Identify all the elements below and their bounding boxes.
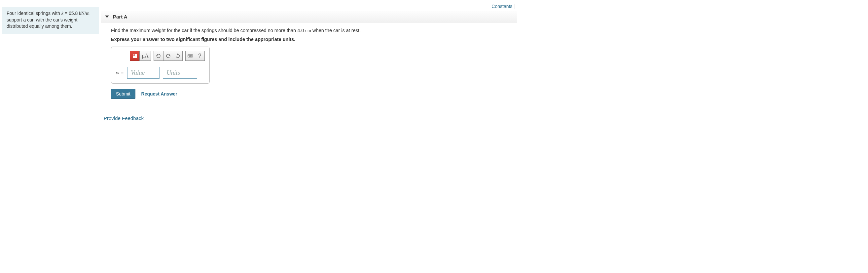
k-unit: kN/m <box>79 11 90 16</box>
question-text: Find the maximum weight for the car if t… <box>111 28 510 33</box>
answer-area: µÅ <box>111 47 210 84</box>
value-input[interactable] <box>127 67 159 79</box>
answer-variable-label: w = <box>116 70 124 76</box>
problem-text-post: support a car, with the car's weight dis… <box>7 17 77 29</box>
question-pre: Find the maximum weight for the car if t… <box>111 28 305 33</box>
left-column: Four identical springs with k = 65.8 kN/… <box>0 0 101 128</box>
collapse-caret-icon[interactable] <box>105 16 109 18</box>
equals-sign: = <box>63 10 69 16</box>
k-value: 65.8 <box>69 10 78 16</box>
svg-rect-4 <box>191 55 191 56</box>
part-body: Find the maximum weight for the car if t… <box>101 23 517 105</box>
svg-rect-3 <box>190 55 191 56</box>
part-title: Part A <box>113 14 127 20</box>
svg-rect-2 <box>189 55 190 56</box>
constants-link[interactable]: Constants <box>492 4 512 9</box>
top-separator: | <box>514 4 516 9</box>
submit-button[interactable]: Submit <box>111 89 135 99</box>
top-links-bar: Constants| <box>101 0 517 11</box>
actions-row: Submit Request Answer <box>111 89 510 99</box>
redo-icon <box>165 53 171 59</box>
instruction-text: Express your answer to two significant f… <box>111 37 510 42</box>
symbols-button[interactable]: µÅ <box>140 51 151 61</box>
right-column: Constants| Part A Find the maximum weigh… <box>101 0 517 128</box>
redo-button[interactable] <box>163 51 173 61</box>
question-post: when the car is at rest. <box>311 28 361 33</box>
units-input[interactable] <box>163 67 197 79</box>
request-answer-link[interactable]: Request Answer <box>142 91 177 96</box>
undo-icon <box>156 53 161 59</box>
question-unit: cm <box>305 28 311 33</box>
page-root: Four identical springs with k = 65.8 kN/… <box>0 0 517 128</box>
mu-angstrom-label: µÅ <box>142 53 149 59</box>
keyboard-icon <box>188 53 193 59</box>
provide-feedback-link[interactable]: Provide Feedback <box>104 115 144 121</box>
svg-rect-0 <box>188 55 192 57</box>
part-header[interactable]: Part A <box>101 11 517 23</box>
templates-icon <box>133 54 137 58</box>
keyboard-button[interactable] <box>185 51 195 61</box>
svg-rect-5 <box>189 56 192 57</box>
help-icon: ? <box>198 53 201 59</box>
undo-button[interactable] <box>154 51 163 61</box>
problem-text-pre: Four identical springs with <box>7 10 61 16</box>
answer-input-row: w = <box>116 67 205 79</box>
equation-toolbar: µÅ <box>130 51 205 61</box>
templates-button[interactable] <box>130 51 140 61</box>
reset-button[interactable] <box>173 51 183 61</box>
svg-rect-1 <box>188 55 189 56</box>
problem-statement: Four identical springs with k = 65.8 kN/… <box>2 7 99 34</box>
reset-icon <box>175 53 180 59</box>
help-button[interactable]: ? <box>195 51 205 61</box>
